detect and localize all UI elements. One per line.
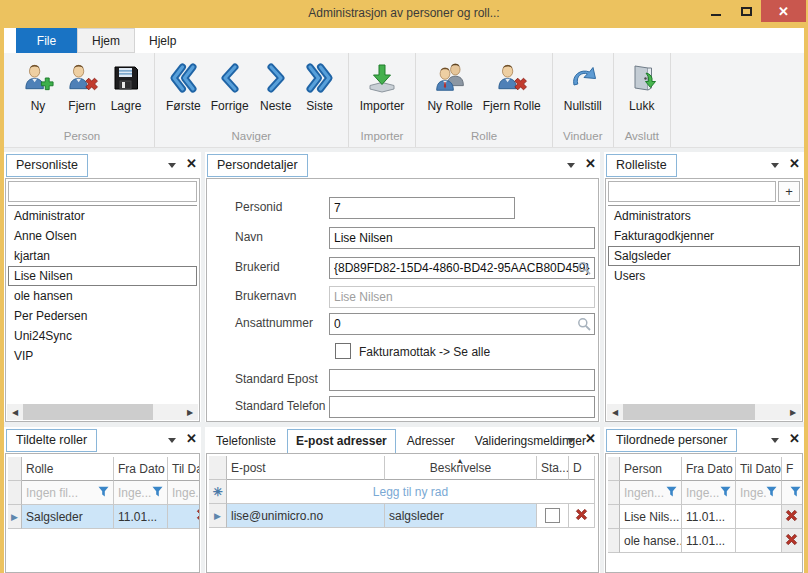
close-button[interactable]: ✕ [761, 0, 806, 22]
add-new-row-cell[interactable]: Legg til ny rad [227, 480, 595, 504]
table-row[interactable]: Lise Nils...11.01... [608, 505, 802, 529]
new-row[interactable]: ✳Legg til ny rad [209, 480, 598, 504]
filter-icon[interactable] [666, 486, 677, 500]
panel-close-icon[interactable]: ✕ [186, 157, 197, 170]
filter-icon[interactable] [152, 486, 163, 500]
filter-icon[interactable] [766, 486, 777, 500]
cell-fra-dato[interactable]: 11.01... [682, 505, 736, 529]
filter-cell[interactable]: Ingen... [620, 481, 682, 505]
ribbon-button-siste[interactable]: Siste [298, 59, 342, 115]
panel-menu-icon[interactable] [168, 438, 176, 443]
personliste-search-input[interactable] [8, 181, 197, 202]
filter-icon[interactable] [720, 486, 731, 500]
maximize-button[interactable] [731, 0, 761, 22]
column-header-beskrivelse[interactable]: Beskrivelse▲ [385, 456, 537, 480]
delete-icon[interactable] [574, 507, 589, 525]
table-row[interactable]: ▶Salgsleder11.01... [8, 505, 199, 529]
scroll-thumb[interactable] [623, 404, 755, 420]
column-header-e-post[interactable]: E-post [227, 456, 385, 480]
cell-fra-dato[interactable]: 11.01... [682, 529, 736, 553]
rolleliste-hscrollbar[interactable]: ◀ ▶ [607, 404, 801, 420]
filter-cell[interactable]: Inge... [168, 481, 199, 505]
scroll-right-icon[interactable]: ▶ [182, 404, 198, 420]
ribbon-button-neste[interactable]: Neste [254, 59, 298, 115]
person-item-kjartan[interactable]: kjartan [8, 246, 197, 266]
scroll-right-icon[interactable]: ▶ [785, 404, 801, 420]
filter-cell[interactable]: Ingen fil... [22, 481, 114, 505]
panel-menu-icon[interactable] [567, 163, 575, 168]
add-role-button[interactable]: + [778, 181, 800, 202]
filter-cell[interactable]: Inge... [682, 481, 736, 505]
menu-tab-hjelp[interactable]: Hjelp [135, 28, 190, 53]
scroll-left-icon[interactable]: ◀ [7, 404, 23, 420]
role-item-users[interactable]: Users [608, 266, 800, 286]
minimize-button[interactable] [701, 0, 731, 22]
panel-close-icon[interactable]: ✕ [789, 157, 800, 170]
scroll-thumb[interactable] [23, 404, 153, 420]
person-item-vip[interactable]: VIP [8, 346, 197, 366]
column-header-rolle[interactable]: Rolle [22, 457, 114, 481]
cell-til-dato[interactable] [736, 505, 782, 529]
menu-tab-hjem[interactable]: Hjem [77, 28, 135, 53]
tab-adresser[interactable]: Adresser [398, 429, 464, 454]
cell-status[interactable] [537, 504, 569, 528]
panel-close-icon[interactable]: ✕ [585, 157, 596, 170]
scroll-left-icon[interactable]: ◀ [607, 404, 623, 420]
ribbon-button-nullstill[interactable]: Nullstill [559, 59, 607, 115]
ribbon-button-ny-rolle[interactable]: Ny Rolle [422, 59, 477, 115]
tab-persondetaljer[interactable]: Persondetaljer [207, 154, 308, 177]
filter-cell[interactable]: Inge... [114, 481, 168, 505]
cell-e-post[interactable]: lise@unimicro.no [227, 504, 385, 528]
cell-delete[interactable] [782, 505, 802, 529]
role-item-administrators[interactable]: Administrators [608, 206, 800, 226]
column-header-til-dato[interactable]: Til Dato [168, 457, 199, 481]
field-input-standard-epost[interactable] [329, 369, 595, 391]
table-row[interactable]: ole hanse...11.01... [608, 529, 802, 553]
field-input-standard-telefon[interactable] [329, 396, 595, 418]
filter-icon[interactable] [98, 486, 109, 500]
filter-cell[interactable] [782, 481, 802, 505]
cell-person[interactable]: ole hanse... [620, 529, 682, 553]
cell-delete[interactable] [569, 504, 595, 528]
lookup-icon[interactable] [577, 261, 591, 275]
column-header-fra-dato[interactable]: Fra Dato [114, 457, 168, 481]
role-item-salgsleder[interactable]: Salgsleder [608, 246, 800, 266]
tab-tilordnede-personer[interactable]: Tilordnede personer [606, 429, 737, 452]
tab-e-post-adresser[interactable]: E-post adresser [287, 429, 396, 454]
field-input-brukernavn[interactable] [329, 286, 595, 308]
cell-til-dato[interactable] [736, 529, 782, 553]
panel-menu-icon[interactable] [567, 438, 575, 443]
cell-person[interactable]: Lise Nils... [620, 505, 682, 529]
column-header-til-dato[interactable]: Til Dato [736, 457, 782, 481]
panel-menu-icon[interactable] [771, 163, 779, 168]
column-header-person[interactable]: Person [620, 457, 682, 481]
person-item-administrator[interactable]: Administrator [8, 206, 197, 226]
rolleliste-search-input[interactable] [608, 181, 776, 202]
cell-fra-dato[interactable]: 11.01... [114, 505, 168, 529]
ribbon-button-importer[interactable]: Importer [355, 59, 410, 115]
delete-icon[interactable] [784, 508, 799, 526]
ribbon-button-lukk[interactable]: Lukk [620, 59, 664, 115]
lookup-icon[interactable] [577, 317, 591, 331]
tab-rolleliste[interactable]: Rolleliste [606, 154, 677, 177]
column-header-d[interactable]: D [569, 456, 595, 480]
delete-icon[interactable] [195, 507, 199, 525]
fakturamottak-checkbox[interactable] [335, 343, 351, 359]
column-header-sta[interactable]: Sta... [537, 456, 569, 480]
field-input-personid[interactable] [329, 197, 515, 219]
panel-menu-icon[interactable] [771, 438, 779, 443]
delete-icon[interactable] [784, 532, 799, 550]
column-header-fra-dato[interactable]: Fra Dato [682, 457, 736, 481]
panel-close-icon[interactable]: ✕ [789, 432, 800, 445]
ribbon-button-fjern[interactable]: Fjern [60, 59, 104, 115]
person-item-uni24sync[interactable]: Uni24Sync [8, 326, 197, 346]
menu-file-button[interactable]: File [16, 28, 77, 53]
tab-tildelte-roller[interactable]: Tildelte roller [6, 429, 97, 452]
personliste-hscrollbar[interactable]: ◀ ▶ [7, 404, 198, 420]
cell-rolle[interactable]: Salgsleder [22, 505, 114, 529]
ribbon-button-forrige[interactable]: Forrige [206, 59, 254, 115]
panel-menu-icon[interactable] [168, 163, 176, 168]
tab-personliste[interactable]: Personliste [6, 154, 88, 177]
field-input-ansattnummer[interactable] [329, 313, 595, 335]
panel-close-icon[interactable]: ✕ [186, 432, 197, 445]
